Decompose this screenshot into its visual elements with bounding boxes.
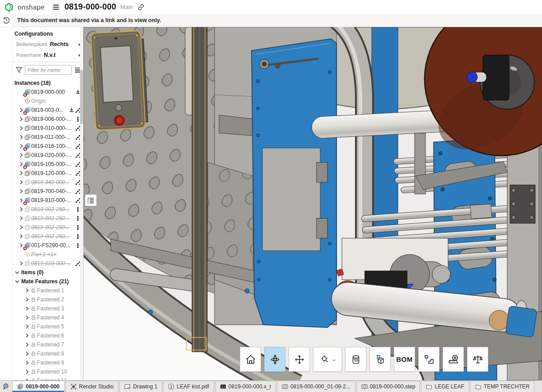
feature-list-toggle-button[interactable] xyxy=(85,194,97,206)
chevron-right-icon[interactable] xyxy=(19,116,24,122)
instance-row[interactable]: 0819-002-250... xyxy=(13,214,83,223)
instance-row[interactable]: 0819-810-000-... xyxy=(13,196,83,205)
fit-view-button[interactable] xyxy=(240,347,261,372)
chevron-right-icon[interactable] xyxy=(19,180,24,185)
chevron-right-icon[interactable] xyxy=(19,261,24,266)
tab-0819-000-000-01-09-2-[interactable]: STE0819-000-000_01-09-2... xyxy=(277,381,355,392)
zoom-button[interactable]: ⌄ xyxy=(313,347,342,372)
chevron-down-icon[interactable]: ⌄ xyxy=(332,356,336,362)
exploded-view-button[interactable] xyxy=(369,347,391,372)
tab-render-studio[interactable]: Render Studio xyxy=(65,381,119,392)
instance-row[interactable]: 0819-002-250... xyxy=(13,232,83,241)
chevron-right-icon[interactable] xyxy=(19,234,24,239)
chevron-right-icon[interactable] xyxy=(19,189,24,194)
chevron-right-icon[interactable] xyxy=(24,351,30,356)
chevron-right-icon[interactable] xyxy=(24,324,30,329)
chevron-right-icon[interactable] xyxy=(24,360,30,365)
chevron-right-icon[interactable] xyxy=(19,225,24,230)
chevron-right-icon[interactable] xyxy=(24,297,30,302)
mate-feature-row[interactable]: Fastened 1 xyxy=(13,286,83,295)
chevron-right-icon[interactable] xyxy=(19,134,24,140)
tab-0819-000-000[interactable]: 0819-000-000 xyxy=(12,381,65,392)
mate-feature-row[interactable]: Fastened 10 xyxy=(13,367,83,376)
chevron-right-icon[interactable] xyxy=(24,342,30,347)
chevron-down-icon[interactable] xyxy=(14,270,20,275)
mate-feature-row[interactable]: Fastened 3 xyxy=(13,304,83,313)
config-select-printerframe[interactable]: PrinterframeN.v.t▾ xyxy=(13,50,83,60)
instance-row[interactable]: 0819-003-0... xyxy=(13,106,83,115)
hamburger-menu-icon[interactable] xyxy=(51,3,61,12)
instance-row[interactable]: 0819-010-000-... xyxy=(13,124,83,133)
items-section-label: Items (0) xyxy=(20,269,43,276)
origin-item[interactable]: Origin xyxy=(13,97,83,106)
tree-item-label: 0819-810-000-... xyxy=(31,197,71,203)
chevron-right-icon[interactable] xyxy=(24,306,30,311)
instance-row[interactable]: 0819-002-250... xyxy=(13,205,83,214)
pan-button[interactable] xyxy=(289,347,310,372)
instances-panel: Configurations BedieningskantRechts▾Prin… xyxy=(13,27,84,380)
instance-row[interactable]: 0819-016-100-... xyxy=(13,142,83,151)
mate-feature-row[interactable]: Fastened 6 xyxy=(13,331,83,340)
xt-icon: x_t xyxy=(220,383,226,390)
instance-row[interactable]: 0819-340-000... xyxy=(13,178,83,187)
mate-feature-row[interactable]: Fastened 8 xyxy=(13,349,83,358)
tab-0819-000-000-x-t[interactable]: x_t0819-000-000.x_t xyxy=(215,381,276,392)
top-bar: onshape 0819-000-000 Main xyxy=(0,0,542,14)
instance-row[interactable]: 0819-105-000-... xyxy=(13,160,83,169)
tab-label: Drawing 1 xyxy=(133,383,157,390)
chevron-right-icon[interactable] xyxy=(19,125,24,131)
mate-feature-row[interactable]: Fastened 9 xyxy=(13,358,83,367)
chevron-right-icon[interactable] xyxy=(24,369,30,374)
instance-row[interactable]: 0819-011-000-... xyxy=(13,133,83,142)
instance-root[interactable]: 0819-000-000 xyxy=(13,88,83,97)
isolate-button[interactable] xyxy=(418,347,439,372)
rotate-button[interactable] xyxy=(264,347,285,372)
fastened-icon xyxy=(30,350,37,357)
chevron-right-icon[interactable] xyxy=(24,288,30,293)
chevron-right-icon[interactable] xyxy=(19,207,24,212)
filter-input[interactable] xyxy=(25,65,72,75)
chevron-down-icon[interactable] xyxy=(14,279,20,284)
branch-label[interactable]: Main xyxy=(120,4,133,10)
instance-row[interactable]: Part 1 <1> xyxy=(13,250,83,259)
mass-properties-button[interactable] xyxy=(467,347,488,372)
mate-features-section[interactable]: Mate Features (21) xyxy=(13,277,83,286)
pdf-icon xyxy=(168,383,174,390)
share-link-icon[interactable] xyxy=(137,3,145,11)
mate-feature-row[interactable]: Fastened 11 xyxy=(13,376,83,380)
instance-row[interactable]: 0819-002-250... xyxy=(13,223,83,232)
chevron-right-icon[interactable] xyxy=(24,315,30,320)
items-section[interactable]: Items (0) xyxy=(13,268,83,277)
tab-drawing-1[interactable]: Drawing 1 xyxy=(119,381,162,392)
measure-button[interactable] xyxy=(443,347,464,372)
tab-temp-trechter[interactable]: TEMP TRECHTER xyxy=(470,381,535,392)
chevron-right-icon[interactable] xyxy=(19,216,24,221)
chevron-right-icon[interactable] xyxy=(19,152,24,158)
find-tab-icon[interactable] xyxy=(0,381,12,392)
instance-row[interactable]: 001-FS290-00... xyxy=(13,241,83,250)
mate-feature-row[interactable]: Fastened 7 xyxy=(13,340,83,349)
instance-row[interactable]: 0819-120-000-... xyxy=(13,169,83,178)
filter-icon[interactable] xyxy=(15,66,23,74)
cad-model-canvas[interactable] xyxy=(84,27,542,380)
viewport-3d[interactable]: ⌄BOM xyxy=(84,27,542,380)
instance-row[interactable]: 0819-006-000-... xyxy=(13,115,83,124)
bom-button[interactable]: BOM xyxy=(394,347,415,372)
section-view-button[interactable] xyxy=(345,347,366,372)
panel-scrollbar[interactable] xyxy=(80,27,83,380)
tab-leaf-kist-pdf[interactable]: LEAF kist.pdf xyxy=(163,381,214,392)
mate-feature-row[interactable]: Fastened 5 xyxy=(13,322,83,331)
mate-feature-row[interactable]: Fastened 4 xyxy=(13,313,83,322)
config-select-bedieningskant[interactable]: BedieningskantRechts▾ xyxy=(13,39,83,50)
tab-0819-000-000-step[interactable]: STE0819-000-000.step xyxy=(356,381,421,392)
history-icon[interactable] xyxy=(0,14,13,27)
chevron-right-icon[interactable] xyxy=(24,333,30,338)
instance-row[interactable]: 0819-010-000-... xyxy=(13,259,83,268)
configurations-title: Configurations xyxy=(13,27,83,39)
instance-row[interactable]: 0819-020-000-... xyxy=(13,151,83,160)
chevron-right-icon[interactable] xyxy=(24,378,30,380)
instance-row[interactable]: 0819-700-040-... xyxy=(13,187,83,196)
tab-lege-leaf[interactable]: LEGE LEAF xyxy=(421,381,469,392)
mate-feature-row[interactable]: Fastened 2 xyxy=(13,295,83,304)
chevron-right-icon[interactable] xyxy=(19,171,24,176)
